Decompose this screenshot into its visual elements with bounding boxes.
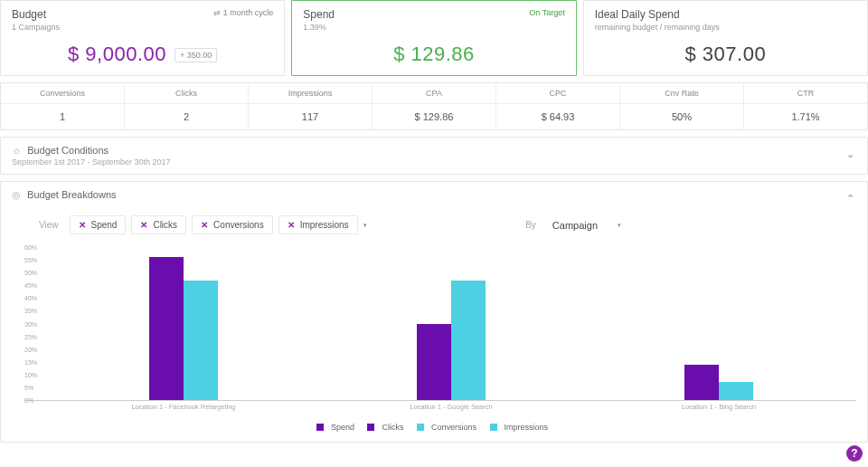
breakdown-chart: 0%5%10%15%20%25%30%35%40%45%50%55%60%Loc…: [24, 247, 856, 401]
category-label: Location 1 - Google Search: [317, 403, 585, 411]
help-button[interactable]: ?: [846, 445, 863, 462]
bar-group: Location 1 - Facebook Retargeting: [50, 247, 317, 400]
stats-table: Conversions 1 Clicks 2 Impressions 117 C…: [0, 82, 868, 130]
view-label: View: [39, 220, 59, 230]
y-tick: 50%: [24, 270, 37, 276]
y-tick: 0%: [24, 397, 33, 404]
y-tick: 60%: [24, 244, 37, 251]
conditions-range: September 1st 2017 - September 30th 2017: [12, 157, 856, 167]
cycle-icon: ⇄: [213, 8, 221, 17]
stat-conversions: Conversions 1: [1, 83, 125, 129]
bar-impressions[interactable]: [451, 281, 486, 400]
chevron-up-icon[interactable]: ⌃: [846, 193, 854, 205]
y-tick: 10%: [24, 371, 37, 377]
remove-icon[interactable]: ✕: [79, 220, 86, 230]
card-budget[interactable]: Budget 1 Campaigns ⇄1 month cycle $ 9,00…: [0, 0, 285, 76]
panel-budget-breakdowns: ◎ Budget Breakdowns ⌃ View ✕Spend ✕Click…: [0, 181, 868, 443]
bar-group: Location 1 - Bing Search: [585, 247, 853, 400]
target-icon: ◎: [12, 189, 21, 200]
spend-status: On Target: [529, 8, 564, 17]
spend-title: Spend: [303, 8, 564, 21]
y-tick: 20%: [24, 346, 37, 352]
category-label: Location 1 - Facebook Retargeting: [50, 403, 317, 411]
spend-value: $ 129.86: [303, 43, 564, 66]
by-label: By: [525, 220, 536, 230]
bar-impressions[interactable]: [184, 281, 218, 400]
y-tick: 40%: [24, 295, 37, 301]
metrics-dropdown[interactable]: [363, 222, 373, 229]
budget-value: $ 9,000.00: [68, 43, 166, 66]
ideal-sub: remaining budget / remaining days: [595, 23, 856, 32]
legend-swatch-spend: [316, 424, 324, 431]
breakdowns-title: Budget Breakdowns: [27, 189, 116, 200]
budget-sub: 1 Campaigns: [12, 23, 273, 32]
bar-spend[interactable]: [149, 257, 184, 400]
y-tick: 30%: [24, 320, 37, 327]
stat-ctr: CTR 1.71%: [744, 83, 867, 129]
remove-icon[interactable]: ✕: [288, 220, 295, 230]
panel-budget-conditions[interactable]: ☼ Budget Conditions September 1st 2017 -…: [0, 137, 868, 175]
bar-group: Location 1 - Google Search: [317, 247, 585, 400]
y-tick: 25%: [24, 333, 37, 339]
y-tick: 35%: [24, 308, 37, 314]
bar-impressions[interactable]: [719, 382, 753, 400]
y-tick: 45%: [24, 282, 37, 289]
chevron-down-icon[interactable]: ⌄: [846, 148, 854, 160]
stat-cpa: CPA $ 129.86: [373, 83, 496, 129]
y-tick: 5%: [24, 384, 33, 390]
sun-icon: ☼: [12, 145, 21, 156]
chart-legend: Spend Clicks Conversions Impressions: [12, 423, 856, 433]
budget-cycle: ⇄1 month cycle: [213, 8, 274, 17]
bar-spend[interactable]: [684, 365, 719, 400]
ideal-title: Ideal Daily Spend: [595, 8, 856, 21]
card-ideal[interactable]: Ideal Daily Spend remaining budget / rem…: [583, 0, 868, 76]
breakdown-controls: View ✕Spend ✕Clicks ✕Conversions ✕Impres…: [12, 212, 856, 240]
stat-impressions: Impressions 117: [249, 83, 373, 129]
spend-sub: 1.39%: [303, 23, 564, 32]
stat-cnvrate: Cnv Rate 50%: [620, 83, 744, 129]
remove-icon[interactable]: ✕: [201, 220, 208, 230]
metric-chip-clicks[interactable]: ✕Clicks: [131, 215, 186, 234]
y-tick: 15%: [24, 358, 37, 365]
category-label: Location 1 - Bing Search: [585, 403, 853, 411]
metric-chip-spend[interactable]: ✕Spend: [70, 215, 127, 234]
stat-clicks: Clicks 2: [125, 83, 249, 129]
bar-spend[interactable]: [417, 324, 451, 401]
metric-chip-conversions[interactable]: ✕Conversions: [192, 215, 273, 234]
legend-swatch-conversions: [417, 424, 424, 431]
stat-cpc: CPC $ 64.93: [496, 83, 620, 129]
card-spend[interactable]: Spend 1.39% On Target $ 129.86: [291, 0, 576, 76]
ideal-value: $ 307.00: [595, 43, 856, 66]
y-tick: 55%: [24, 257, 37, 263]
conditions-title: Budget Conditions: [27, 145, 108, 156]
remove-icon[interactable]: ✕: [140, 220, 147, 230]
legend-swatch-clicks: [367, 424, 374, 431]
by-dropdown[interactable]: Campaign: [552, 220, 621, 231]
legend-swatch-impressions: [490, 424, 497, 431]
budget-adjust-chip[interactable]: + 350.00: [175, 48, 217, 62]
metric-chip-impressions[interactable]: ✕Impressions: [278, 215, 358, 234]
